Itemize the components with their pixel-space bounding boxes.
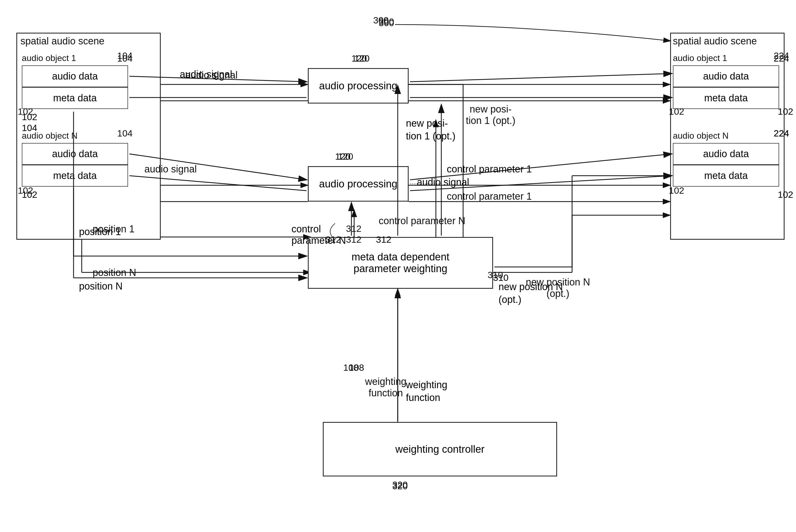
meta-data-box-1: meta data <box>22 87 128 109</box>
audio-data-box-2: audio data <box>22 143 128 165</box>
ref-300-num: 300 <box>373 15 389 25</box>
arrow-audio-signal-mid-label: audio signal <box>145 164 197 175</box>
position1-text: position 1 <box>79 226 121 238</box>
ref-104-bot: 104 <box>22 122 37 133</box>
control-param1-text: control parameter 1 <box>447 164 532 175</box>
ref-104-2: 104 <box>117 128 133 139</box>
ref-120-mid: 120 <box>335 151 350 162</box>
weighting-controller-label: weighting controller <box>395 443 485 455</box>
meta-data-label-r2: meta data <box>704 170 748 182</box>
ref-102-top-left: 102 <box>22 112 37 122</box>
audio-processing-mid: audio processing <box>308 166 409 202</box>
meta-data-box-r1: meta data <box>673 87 779 109</box>
audio-data-box-1: audio data <box>22 65 128 87</box>
meta-data-weighting-label: meta data dependent parameter weighting <box>352 251 449 274</box>
positionN-text: position N <box>79 281 122 292</box>
ref-224-top-right: 224 <box>774 53 789 64</box>
audio-processing-top-label: audio processing <box>319 80 397 92</box>
arrow-positionN-label: position N <box>93 267 136 279</box>
meta-data-box-2: meta data <box>22 165 128 187</box>
ref-102-bot-left: 102 <box>22 189 37 200</box>
new-pos1-text: new posi-tion 1 (opt.) <box>406 117 455 143</box>
ref-108-num: 108 <box>349 362 364 373</box>
arrow-weighting-fn-label: weighting function <box>365 376 406 399</box>
arrow-control-paramN-label: control parameter N <box>379 215 465 227</box>
audio-data-box-r1: audio data <box>673 65 779 87</box>
audio-data-box-r2: audio data <box>673 143 779 165</box>
meta-data-label-r1: meta data <box>704 92 748 104</box>
audio-processing-top: audio processing <box>308 68 409 103</box>
arrow-new-pos1-label: new posi- tion 1 (opt.) <box>466 103 515 127</box>
audio-signal-mid-text: audio signal <box>417 176 469 188</box>
audio-signal-top-text: audio signal <box>180 69 232 80</box>
meta-data-box-r2: meta data <box>673 165 779 187</box>
audio-data-label-r1: audio data <box>703 71 749 82</box>
ref-310-num: 310 <box>493 272 509 283</box>
audio-obj1-label-right: audio object 1 <box>673 53 727 63</box>
ref-320-num: 320 <box>392 481 408 491</box>
audio-processing-mid-label: audio processing <box>319 178 397 190</box>
ref-312-2: 312 <box>346 223 361 234</box>
audio-data-label-2: audio data <box>52 148 98 159</box>
new-posN-text: new position N(opt.) <box>498 281 563 306</box>
ref-102-3: 102 <box>669 106 684 117</box>
audio-data-label-1: audio data <box>52 71 98 82</box>
meta-data-label-1: meta data <box>53 92 97 104</box>
weighting-fn-text: weightingfunction <box>406 379 447 404</box>
audio-objN-label-right: audio object N <box>673 131 729 141</box>
ref-102-4: 102 <box>669 185 684 196</box>
meta-data-label-2: meta data <box>53 170 97 182</box>
right-scene-title: spatial audio scene <box>673 35 757 47</box>
ref-312-a: 312 <box>325 234 341 245</box>
weighting-controller-box: weighting controller <box>323 422 557 476</box>
ref-312-b: 312 <box>376 234 392 245</box>
ref-312-1: 312 <box>346 234 361 245</box>
ref-224-bot-right: 224 <box>774 128 789 139</box>
svg-line-24 <box>410 74 671 82</box>
audio-obj1-label-left: audio object 1 <box>22 53 76 63</box>
ref-104-top: 104 <box>117 53 133 64</box>
audio-data-label-r2: audio data <box>703 148 749 159</box>
ref-102-bot-right: 102 <box>778 189 793 200</box>
ref-120-top: 120 <box>354 53 370 64</box>
arrow-control-param1-label: control parameter 1 <box>447 191 532 202</box>
left-scene-title: spatial audio scene <box>20 35 105 47</box>
ref-102-top-right: 102 <box>778 106 793 117</box>
